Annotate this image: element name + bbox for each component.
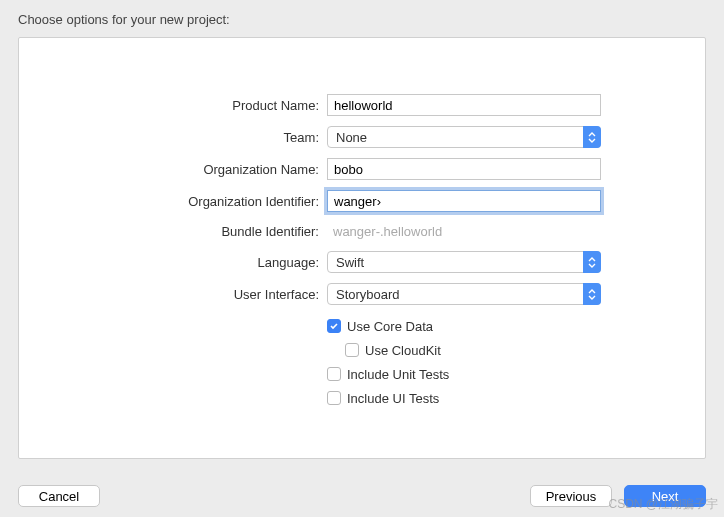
user-interface-select-value: Storyboard bbox=[327, 283, 601, 305]
chevron-updown-icon bbox=[583, 251, 601, 273]
options-checkbox-group: Use Core Data Use CloudKit Include Unit … bbox=[327, 315, 601, 407]
next-button[interactable]: Next bbox=[624, 485, 706, 507]
previous-button[interactable]: Previous bbox=[530, 485, 612, 507]
team-select[interactable]: None bbox=[327, 126, 601, 148]
team-label: Team: bbox=[19, 130, 319, 145]
include-ui-tests-checkbox[interactable] bbox=[327, 391, 341, 405]
bundle-identifier-label: Bundle Identifier: bbox=[19, 224, 319, 239]
bundle-identifier-value: wanger-.helloworld bbox=[327, 222, 601, 241]
form-panel: Product Name: Team: None Organization Na… bbox=[18, 37, 706, 459]
use-cloudkit-label: Use CloudKit bbox=[365, 343, 441, 358]
include-unit-tests-label: Include Unit Tests bbox=[347, 367, 449, 382]
user-interface-label: User Interface: bbox=[19, 287, 319, 302]
include-ui-tests-label: Include UI Tests bbox=[347, 391, 439, 406]
product-name-label: Product Name: bbox=[19, 98, 319, 113]
product-name-input[interactable] bbox=[327, 94, 601, 116]
org-identifier-label: Organization Identifier: bbox=[19, 194, 319, 209]
org-identifier-input[interactable] bbox=[327, 190, 601, 212]
include-unit-tests-checkbox[interactable] bbox=[327, 367, 341, 381]
chevron-updown-icon bbox=[583, 126, 601, 148]
language-select-value: Swift bbox=[327, 251, 601, 273]
team-select-value: None bbox=[327, 126, 601, 148]
chevron-updown-icon bbox=[583, 283, 601, 305]
use-core-data-checkbox[interactable] bbox=[327, 319, 341, 333]
page-title: Choose options for your new project: bbox=[0, 0, 724, 37]
footer: Cancel Previous Next bbox=[18, 485, 706, 507]
language-label: Language: bbox=[19, 255, 319, 270]
cancel-button[interactable]: Cancel bbox=[18, 485, 100, 507]
language-select[interactable]: Swift bbox=[327, 251, 601, 273]
org-name-input[interactable] bbox=[327, 158, 601, 180]
use-cloudkit-checkbox[interactable] bbox=[345, 343, 359, 357]
user-interface-select[interactable]: Storyboard bbox=[327, 283, 601, 305]
org-name-label: Organization Name: bbox=[19, 162, 319, 177]
use-core-data-label: Use Core Data bbox=[347, 319, 433, 334]
